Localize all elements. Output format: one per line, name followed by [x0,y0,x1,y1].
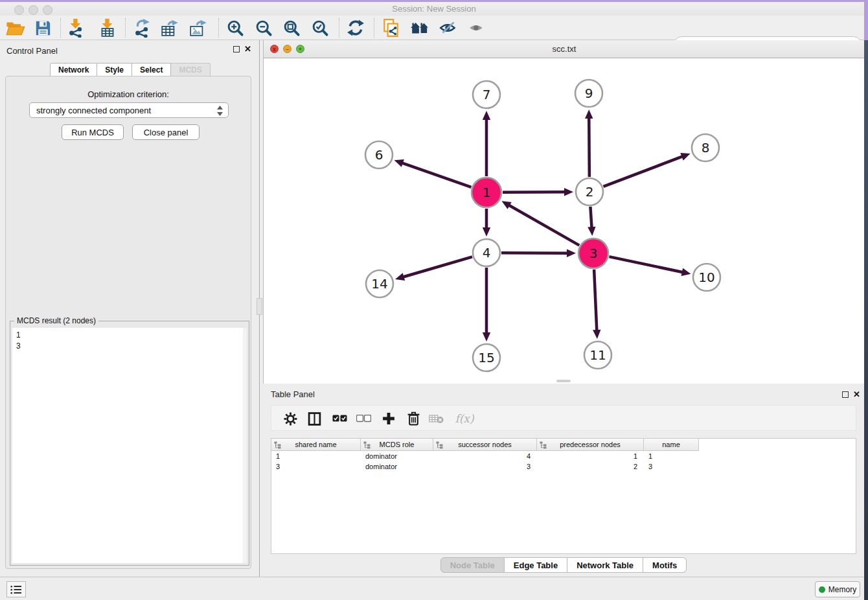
show-all-button[interactable] [465,17,488,39]
graph-edge-1-2[interactable] [503,192,567,192]
graph-edge-3-11[interactable] [594,270,597,332]
refresh-button[interactable] [344,17,367,39]
table-cell[interactable]: 1 [271,451,361,461]
zoom-out-button[interactable] [252,17,275,39]
graph-arrowhead [395,273,405,281]
save-session-button[interactable] [31,17,54,39]
table-cell[interactable]: dominator [361,451,433,461]
mcds-result-title: MCDS result (2 nodes) [14,316,98,325]
tab-network-table[interactable]: Network Table [567,557,643,573]
export-network-button[interactable] [130,17,154,39]
mcds-panel-body: Optimization criterion: strongly connect… [5,76,251,569]
graph-arrowhead [567,249,576,257]
table-float-icon[interactable] [842,391,849,398]
graph-edge-2-9[interactable] [589,116,589,177]
splitter-grip[interactable] [257,298,262,315]
optimization-dropdown[interactable]: strongly connected component [29,102,229,118]
insert-column-button[interactable] [303,408,325,430]
toolbar-separator [374,18,374,38]
tab-motifs[interactable]: Motifs [643,557,687,573]
table-cell[interactable]: 2 [537,461,644,472]
table-cell[interactable]: 1 [537,451,644,461]
tab-node-table[interactable]: Node Table [440,557,505,573]
delete-table-button[interactable] [426,408,448,430]
zoom-out-icon [255,19,273,37]
home-icon [410,19,429,36]
tab-network[interactable]: Network [50,63,97,76]
export-image-button[interactable] [187,17,210,39]
zoom-fit-button[interactable] [280,17,303,39]
close-panel-icon[interactable]: ✕ [244,44,251,54]
gear-icon [284,412,297,426]
graph-edge-1-6[interactable] [400,163,471,187]
task-history-button[interactable] [6,581,26,597]
graph-arrowhead [680,153,690,161]
mcds-result-textarea[interactable]: 13 [12,328,243,563]
graph-arrowhead [483,111,490,120]
tab-style[interactable]: Style [97,63,132,76]
run-mcds-button[interactable]: Run MCDS [62,124,124,140]
open-file-button[interactable] [4,17,27,39]
zoom-in-button[interactable] [223,17,247,39]
graph-edge-2-3[interactable] [590,207,591,229]
table-panel-title: Table Panel [271,389,315,399]
unselect-all-button[interactable] [352,408,374,430]
graph-node-label: 9 [585,86,593,101]
select-all-button[interactable] [328,408,350,430]
hide-selected-button[interactable] [437,17,460,39]
graph-node-label: 7 [483,87,491,102]
toolbar-separator [339,18,339,38]
graph-edge-2-8[interactable] [604,156,685,186]
graph-edge-3-10[interactable] [609,257,684,273]
graph-node-label: 11 [589,347,606,363]
home-button[interactable] [408,17,431,39]
table-row[interactable]: 1dominator411 [271,451,856,461]
graph-edge-3-1[interactable] [507,204,579,245]
add-row-button[interactable] [378,408,400,430]
optimization-criterion-label: Optimization criterion: [6,89,251,99]
column-header-MCDS-role[interactable]: MCDS role [361,439,433,451]
graph-edge-4-3[interactable] [501,253,569,253]
table-tabs: Node TableEdge TableNetwork TableMotifs [263,557,864,573]
table-row[interactable]: 3dominator323 [271,461,856,472]
column-header-shared-name[interactable]: shared name [271,439,361,451]
result-scrollbar[interactable] [243,328,247,563]
graph-node-label: 10 [698,270,714,285]
tab-mcds[interactable]: MCDS [171,63,210,76]
table-cell[interactable]: dominator [361,461,433,472]
table-close-icon[interactable]: ✕ [853,389,860,400]
column-header-successor-nodes[interactable]: successor nodes [433,439,537,451]
table-cell[interactable]: 3 [271,461,361,472]
graph-edge-4-14[interactable] [402,257,472,277]
network-resize-grip[interactable] [556,380,571,382]
zoom-selected-button[interactable] [308,17,332,39]
clone-network-icon [382,18,400,38]
tab-select[interactable]: Select [132,63,171,76]
table-cell[interactable]: 1 [644,451,699,461]
graph-arrowhead [483,332,490,341]
tab-edge-table[interactable]: Edge Table [505,557,567,573]
column-header-label: name [662,441,680,448]
memory-button[interactable]: Memory [815,581,860,597]
column-header-predecessor-nodes[interactable]: predecessor nodes [537,439,644,451]
close-panel-button[interactable]: Close panel [132,124,200,140]
float-panel-icon[interactable] [233,46,240,52]
import-table-button[interactable] [96,17,119,39]
column-header-name[interactable]: name [644,439,699,451]
delete-row-button[interactable] [402,408,424,430]
export-table-button[interactable] [158,17,181,39]
vertical-splitter[interactable] [256,40,263,577]
graph-arrowhead [585,110,593,119]
table-cell[interactable]: 4 [433,451,537,461]
network-canvas[interactable]: 1234678910111415 [264,58,865,384]
settings-gear-button[interactable] [279,408,301,430]
clone-network-button[interactable] [380,17,403,39]
import-network-button[interactable] [64,17,87,39]
network-file-title: scc.txt [264,44,865,54]
table-cell[interactable]: 3 [644,461,699,472]
graph-node-label: 8 [702,140,710,156]
eye-icon [467,19,486,36]
function-builder-button[interactable]: f(x) [450,408,479,430]
graph-arrowhead [483,227,490,237]
table-cell[interactable]: 3 [433,461,537,472]
